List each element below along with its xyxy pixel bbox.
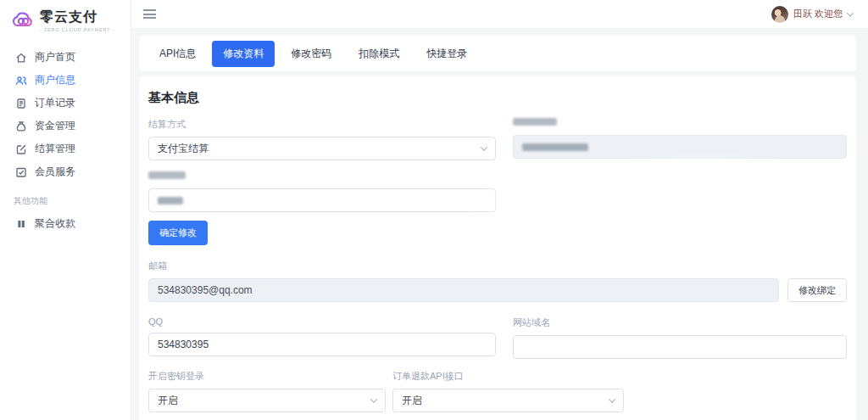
user-avatar xyxy=(771,6,788,23)
home-icon xyxy=(15,52,27,64)
sidebar-item-merchant-home[interactable]: 商户首页 xyxy=(0,46,131,69)
email-field[interactable]: 534830395@qq.com xyxy=(148,278,779,302)
tab-edit-profile[interactable]: 修改资料 xyxy=(212,41,275,67)
sidebar-item-merchant-info[interactable]: 商户信息 xyxy=(0,69,131,92)
sidebar-item-label: 聚合收款 xyxy=(35,216,75,231)
redacted-value xyxy=(522,143,588,151)
key-login-label: 开启密钥登录 xyxy=(148,370,386,383)
brand-tagline: - ZERO CLOUD PAYMENT - xyxy=(40,27,115,31)
money-bag-icon xyxy=(15,120,27,132)
hamburger-menu-icon[interactable] xyxy=(143,9,156,19)
settlement-method-label: 结算方式 xyxy=(148,118,496,131)
chevron-down-icon xyxy=(609,395,615,402)
email-value: 534830395@qq.com xyxy=(158,284,253,296)
sidebar-item-aggregate-collection[interactable]: 聚合收款 xyxy=(0,212,131,235)
refund-api-label: 订单退款API接口 xyxy=(392,370,624,383)
settlement-method-select[interactable]: 支付宝结算 xyxy=(148,137,496,160)
user-menu[interactable]: 田跃 欢迎您 xyxy=(771,6,853,23)
sidebar-item-settlement-management[interactable]: 结算管理 xyxy=(0,137,131,160)
tab-bar: API信息 修改资料 修改密码 扣除模式 快捷登录 xyxy=(139,36,856,71)
users-icon xyxy=(15,75,27,87)
document-icon xyxy=(15,98,27,109)
chevron-down-icon xyxy=(370,395,377,402)
key-login-select[interactable]: 开启 xyxy=(148,389,386,412)
cloud-logo-icon xyxy=(12,11,34,30)
tab-api-info[interactable]: API信息 xyxy=(148,41,207,67)
sidebar-section-label: 其他功能 xyxy=(0,183,131,212)
sidebar-item-order-records[interactable]: 订单记录 xyxy=(0,92,131,115)
tab-quick-login[interactable]: 快捷登录 xyxy=(415,41,478,67)
aggregate-payment-icon xyxy=(15,218,27,230)
tab-deduction-mode[interactable]: 扣除模式 xyxy=(348,41,410,67)
change-binding-button[interactable]: 修改绑定 xyxy=(787,278,847,302)
top-header: 田跃 欢迎您 xyxy=(131,0,868,28)
sidebar-menu: 商户首页 商户信息 订单记录 资金管理 结算管理 xyxy=(0,46,131,235)
qq-value: 534830395 xyxy=(158,339,209,350)
sidebar-item-label: 资金管理 xyxy=(35,119,75,133)
edit-icon xyxy=(15,143,27,155)
brand-logo: 零云支付 - ZERO CLOUD PAYMENT - xyxy=(0,0,131,37)
redacted-name-input[interactable] xyxy=(148,188,496,212)
qq-field[interactable]: 534830395 xyxy=(148,333,496,356)
panel-title: 基本信息 xyxy=(148,90,847,106)
refund-api-select[interactable]: 开启 xyxy=(392,389,624,412)
sidebar-item-member-services[interactable]: 会员服务 xyxy=(0,160,131,183)
redacted-field-label xyxy=(148,171,186,179)
email-label: 邮箱 xyxy=(148,260,847,272)
sidebar-item-label: 商户信息 xyxy=(35,73,75,87)
basic-info-panel: 基本信息 结算方式 支付宝结算 确定修改 邮箱 534830395@qq.com xyxy=(139,76,856,420)
domain-label: 网站域名 xyxy=(513,316,847,329)
redacted-account-input[interactable] xyxy=(513,135,847,159)
refund-api-value: 开启 xyxy=(402,394,422,408)
sidebar-item-label: 会员服务 xyxy=(35,165,75,179)
sidebar-item-label: 结算管理 xyxy=(35,142,75,156)
settlement-method-value: 支付宝结算 xyxy=(158,142,209,156)
chevron-down-icon xyxy=(481,143,487,150)
tab-change-password[interactable]: 修改密码 xyxy=(280,41,342,67)
sidebar: 零云支付 - ZERO CLOUD PAYMENT - 商户首页 商户信息 订单… xyxy=(0,0,131,420)
qq-label: QQ xyxy=(148,316,496,327)
user-greeting: 田跃 欢迎您 xyxy=(793,8,843,20)
key-login-value: 开启 xyxy=(158,394,178,408)
chevron-down-icon xyxy=(847,9,854,16)
redacted-value xyxy=(158,197,183,204)
check-square-icon xyxy=(15,166,27,178)
sidebar-item-label: 商户首页 xyxy=(35,50,75,64)
domain-field[interactable] xyxy=(513,335,847,359)
sidebar-item-label: 订单记录 xyxy=(35,96,75,110)
confirm-change-button[interactable]: 确定修改 xyxy=(148,221,208,245)
redacted-field-label xyxy=(513,118,557,126)
sidebar-item-funds-management[interactable]: 资金管理 xyxy=(0,115,131,137)
brand-name: 零云支付 xyxy=(40,8,123,26)
